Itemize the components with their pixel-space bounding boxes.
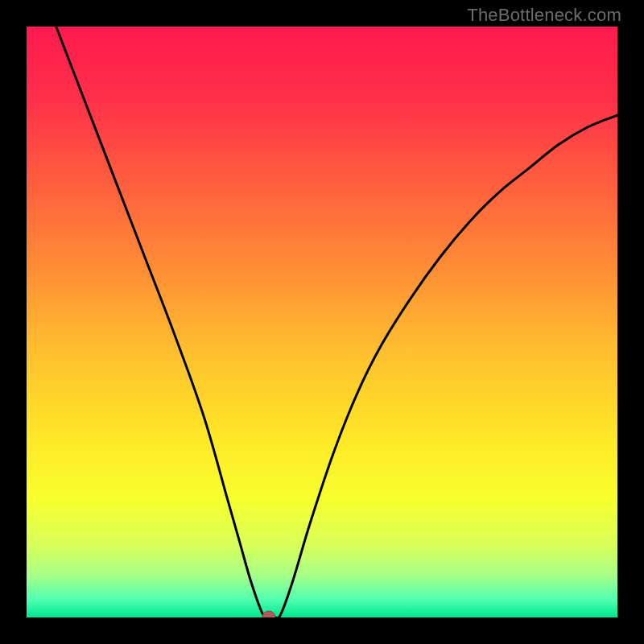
chart-frame: TheBottleneck.com: [0, 0, 644, 644]
plot-area: [27, 27, 617, 617]
curve-layer: [27, 27, 617, 617]
bottleneck-curve: [56, 27, 617, 617]
minimum-marker: [262, 611, 275, 617]
watermark-text: TheBottleneck.com: [467, 5, 621, 26]
